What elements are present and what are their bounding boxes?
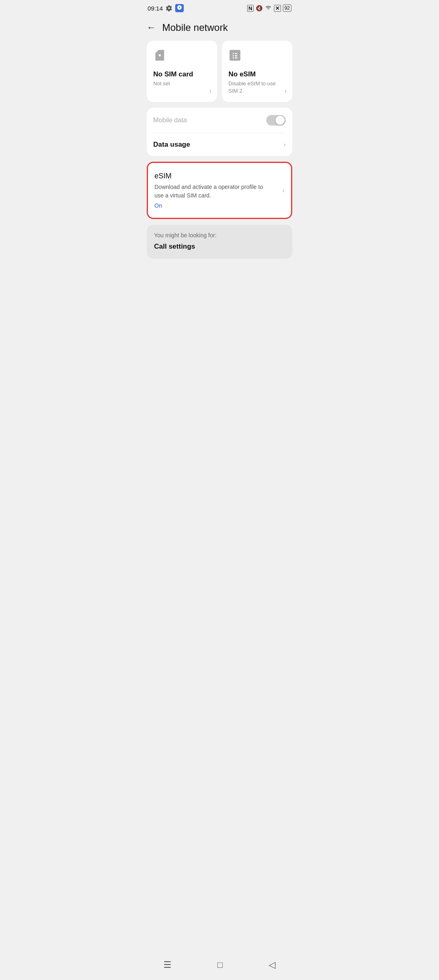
sim1-card[interactable]: No SIM card Not set ›	[147, 41, 217, 102]
nfc-icon: N	[247, 5, 253, 12]
wifi-icon	[265, 5, 272, 12]
esim-small-card[interactable]: No eSIM Disable eSIM to use SIM 2. ›	[222, 41, 292, 102]
looking-for-label: You might be looking for:	[154, 232, 285, 238]
x-icon: ✕	[274, 5, 281, 12]
esim-chevron: ›	[283, 187, 285, 194]
toggle-knob	[276, 116, 285, 125]
sim1-subtitle: Not set	[153, 80, 211, 87]
content: No SIM card Not set › No eSIM Disable eS…	[140, 41, 299, 259]
mobile-data-label: Mobile data	[153, 117, 187, 124]
esim-small-subtitle: Disable eSIM to use SIM 2.	[228, 80, 286, 95]
esim-description: Download and activate a operator profile…	[154, 183, 285, 200]
mobile-data-toggle[interactable]	[266, 115, 286, 126]
mute-icon: 🔇	[256, 5, 263, 11]
status-right: N 🔇 ✕ 92	[247, 4, 291, 12]
sim1-icon	[153, 48, 211, 65]
esim-card[interactable]: eSIM Download and activate a operator pr…	[147, 162, 292, 219]
status-bar: 09:14 N 🔇 ✕	[140, 0, 299, 15]
page-title: Mobile network	[162, 22, 228, 33]
time-display: 09:14	[148, 5, 163, 12]
mobile-data-card: Mobile data Data usage ›	[147, 108, 292, 156]
page-wrapper: 09:14 N 🔇 ✕	[140, 0, 299, 353]
data-usage-chevron: ›	[284, 141, 286, 148]
gear-icon	[165, 4, 173, 12]
broadcast-icon	[175, 4, 184, 12]
sim1-title: No SIM card	[153, 70, 211, 78]
looking-for-card: You might be looking for: Call settings	[147, 225, 292, 259]
battery-indicator: 92	[283, 4, 291, 12]
esim-icon	[228, 48, 286, 65]
esim-status: On	[154, 202, 285, 209]
mobile-data-row[interactable]: Mobile data	[153, 108, 286, 133]
data-usage-label: Data usage	[153, 141, 190, 149]
status-left: 09:14	[148, 4, 184, 12]
sim-row: No SIM card Not set › No eSIM Disable eS…	[147, 41, 292, 102]
esim-title: eSIM	[154, 172, 285, 180]
sim1-chevron: ›	[209, 87, 211, 95]
header: ← Mobile network	[140, 15, 299, 41]
esim-small-chevron: ›	[285, 87, 287, 95]
call-settings-item[interactable]: Call settings	[154, 243, 285, 251]
data-usage-row[interactable]: Data usage ›	[153, 133, 286, 156]
esim-small-title: No eSIM	[228, 70, 286, 78]
back-button[interactable]: ←	[147, 22, 156, 33]
